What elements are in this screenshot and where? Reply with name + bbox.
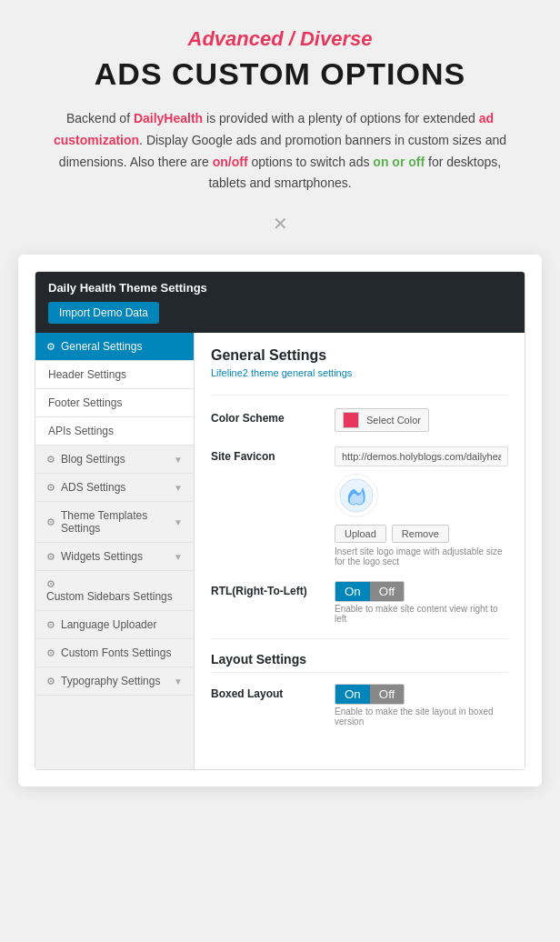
screenshot-card: Daily Health Theme Settings Import Demo … bbox=[18, 255, 542, 787]
sidebar-item-typography[interactable]: Typography Settings ▼ bbox=[35, 667, 194, 696]
section-divider-1 bbox=[211, 395, 508, 396]
boxed-on-button[interactable]: On bbox=[335, 685, 370, 704]
select-color-button[interactable]: Select Color bbox=[335, 408, 429, 432]
chevron-icon-widgets: ▼ bbox=[174, 552, 183, 562]
sidebar-item-custom-fonts[interactable]: Custom Fonts Settings bbox=[35, 639, 194, 667]
sidebar-label-ads: ADS Settings bbox=[61, 481, 125, 494]
upload-button[interactable]: Upload bbox=[335, 525, 386, 543]
sidebar-label-sidebars: Custom Sidebars Settings bbox=[46, 590, 173, 603]
sidebar-label-blog: Blog Settings bbox=[61, 453, 125, 466]
chevron-icon-ads: ▼ bbox=[174, 483, 183, 493]
boxed-layout-label: Boxed Layout bbox=[211, 684, 320, 700]
color-scheme-label: Color Scheme bbox=[211, 408, 320, 425]
rtl-label: RTL(Right-To-Left) bbox=[211, 581, 320, 597]
topbar-title: Daily Health Theme Settings bbox=[48, 281, 207, 295]
highlight-onoff: on/off bbox=[213, 155, 248, 169]
rtl-hint: Enable to make site content view right t… bbox=[335, 604, 508, 624]
color-scheme-control: Select Color bbox=[335, 408, 508, 432]
chevron-icon-theme: ▼ bbox=[174, 517, 183, 527]
highlight-on-or-off: on or off bbox=[373, 155, 425, 169]
browser-topbar: Daily Health Theme Settings Import Demo … bbox=[35, 272, 525, 333]
layout-section-heading: Layout Settings bbox=[211, 652, 508, 673]
sidebar-item-language[interactable]: Language Uploader bbox=[35, 611, 194, 639]
rtl-control: On Off Enable to make site content view … bbox=[335, 581, 508, 624]
sidebar-item-general-settings[interactable]: General Settings bbox=[35, 333, 194, 361]
settings-subtitle: Lifeline2 theme general settings bbox=[211, 367, 508, 378]
remove-button[interactable]: Remove bbox=[392, 525, 449, 543]
sidebar-item-widgets[interactable]: Widgets Settings ▼ bbox=[35, 543, 194, 571]
gear-icon-ads bbox=[46, 482, 55, 494]
sidebar-item-apis-settings[interactable]: APIs Settings bbox=[35, 417, 194, 446]
sidebar-item-theme-templates[interactable]: Theme Templates Settings ▼ bbox=[35, 502, 194, 543]
site-favicon-label: Site Favicon bbox=[211, 446, 320, 463]
desc-after-brand: is provided with a plenty of options for… bbox=[203, 111, 479, 125]
rtl-toggle-group: On Off bbox=[335, 581, 405, 602]
gear-icon-blog bbox=[46, 454, 55, 466]
sidebar-label-header: Header Settings bbox=[48, 368, 126, 381]
sidebar-label-footer: Footer Settings bbox=[48, 396, 122, 409]
sidebar-item-blog-settings[interactable]: Blog Settings ▼ bbox=[35, 446, 194, 474]
boxed-layout-control: On Off Enable to make the site layout in… bbox=[335, 684, 508, 727]
rtl-on-button[interactable]: On bbox=[335, 582, 370, 601]
description: Backend of DailyHealth is provided with … bbox=[44, 108, 516, 195]
sidebar-label-general: General Settings bbox=[61, 340, 142, 353]
gear-icon bbox=[46, 341, 55, 353]
rtl-row: RTL(Right-To-Left) On Off Enable to make… bbox=[211, 581, 508, 624]
sidebar-label-language: Language Uploader bbox=[61, 618, 156, 631]
gear-icon-fonts bbox=[46, 647, 55, 659]
gear-icon-typography bbox=[46, 676, 55, 687]
browser-body: General Settings Header Settings Footer … bbox=[35, 333, 525, 769]
gear-icon-sidebars bbox=[46, 578, 55, 590]
boxed-layout-row: Boxed Layout On Off Enable to make the s… bbox=[211, 684, 508, 727]
sidebar-item-header-settings[interactable]: Header Settings bbox=[35, 361, 194, 389]
section-divider-2 bbox=[211, 638, 508, 639]
browser-mockup: Daily Health Theme Settings Import Demo … bbox=[35, 271, 525, 770]
rtl-off-button[interactable]: Off bbox=[370, 582, 405, 601]
gear-icon-language bbox=[46, 619, 55, 631]
sidebar-item-footer-settings[interactable]: Footer Settings bbox=[35, 389, 194, 417]
divider-x: ✕ bbox=[18, 213, 542, 235]
header-section: Advanced / Diverse ADS CUSTOM OPTIONS Ba… bbox=[18, 27, 542, 195]
sidebar-label-apis: APIs Settings bbox=[48, 425, 114, 437]
site-favicon-control: Upload Remove Insert site logo image wit… bbox=[335, 446, 508, 566]
boxed-off-button[interactable]: Off bbox=[370, 685, 405, 704]
brand-name: DailyHealth bbox=[134, 111, 203, 125]
boxed-toggle-group: On Off bbox=[335, 684, 405, 705]
select-color-label: Select Color bbox=[366, 415, 421, 426]
site-favicon-row: Site Favicon bbox=[211, 446, 508, 566]
color-scheme-row: Color Scheme Select Color bbox=[211, 408, 508, 432]
main-content: General Settings Lifeline2 theme general… bbox=[195, 333, 525, 769]
import-demo-button[interactable]: Import Demo Data bbox=[48, 302, 159, 324]
sidebar: General Settings Header Settings Footer … bbox=[35, 333, 195, 769]
main-title: ADS CUSTOM OPTIONS bbox=[18, 56, 542, 92]
sidebar-item-ads-settings[interactable]: ADS Settings ▼ bbox=[35, 474, 194, 502]
logo-preview bbox=[335, 474, 378, 517]
logo-buttons: Upload Remove bbox=[335, 525, 508, 543]
chevron-icon-typography: ▼ bbox=[174, 676, 183, 686]
sidebar-label-theme: Theme Templates Settings bbox=[61, 509, 174, 535]
color-swatch bbox=[343, 412, 359, 428]
page-wrapper: Advanced / Diverse ADS CUSTOM OPTIONS Ba… bbox=[0, 0, 560, 942]
subtitle: Advanced / Diverse bbox=[18, 27, 542, 51]
sidebar-label-widgets: Widgets Settings bbox=[61, 550, 143, 563]
favicon-url-input[interactable] bbox=[335, 446, 508, 466]
chevron-icon-blog: ▼ bbox=[174, 455, 183, 465]
settings-title: General Settings bbox=[211, 347, 508, 364]
sidebar-label-typography: Typography Settings bbox=[61, 675, 160, 687]
favicon-hint: Insert site logo image with adjustable s… bbox=[335, 546, 508, 566]
sidebar-item-custom-sidebars[interactable]: Custom Sidebars Settings bbox=[35, 571, 194, 611]
gear-icon-theme bbox=[46, 516, 55, 528]
logo-svg bbox=[339, 478, 374, 513]
gear-icon-widgets bbox=[46, 551, 55, 563]
sidebar-label-fonts: Custom Fonts Settings bbox=[61, 646, 171, 659]
boxed-hint: Enable to make the site layout in boxed … bbox=[335, 706, 508, 727]
desc-end1: options to switch ads bbox=[248, 155, 374, 169]
desc-before-brand: Backend of bbox=[66, 111, 134, 125]
